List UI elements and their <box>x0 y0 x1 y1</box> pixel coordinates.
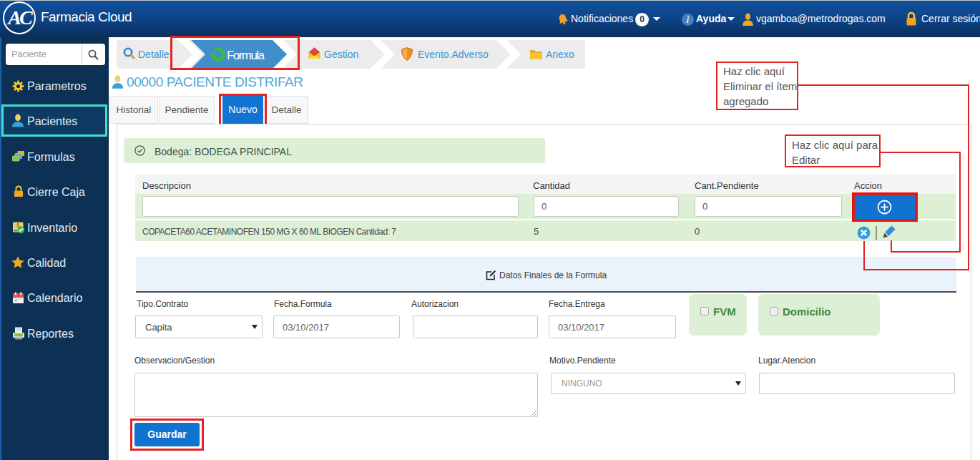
svg-text:Detalle: Detalle <box>138 49 170 60</box>
svg-text:Gestion: Gestion <box>324 49 358 60</box>
svg-text:Anexo: Anexo <box>546 49 574 60</box>
svg-text:Evento.Adverso: Evento.Adverso <box>418 49 489 60</box>
